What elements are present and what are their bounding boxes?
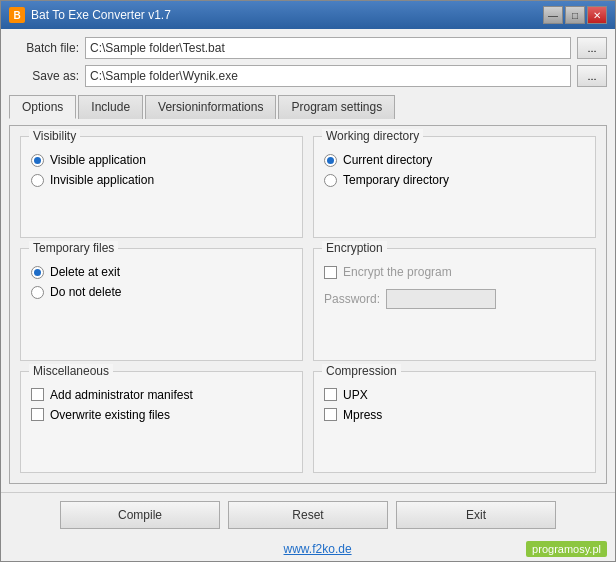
footer-link[interactable]: www.f2ko.de [284, 542, 352, 556]
delete-exit-radio[interactable] [31, 266, 44, 279]
app-icon: B [9, 7, 25, 23]
batch-browse-button[interactable]: ... [577, 37, 607, 59]
admin-manifest-option[interactable]: Add administrator manifest [31, 388, 292, 402]
working-directory-title: Working directory [322, 129, 423, 143]
miscellaneous-body: Add administrator manifest Overwrite exi… [31, 388, 292, 422]
tab-content-options: Visibility Visible application Invisible… [9, 125, 607, 484]
encrypt-program-checkbox[interactable] [324, 266, 337, 279]
delete-exit-label: Delete at exit [50, 265, 120, 279]
save-as-label: Save as: [9, 69, 79, 83]
tab-include[interactable]: Include [78, 95, 143, 119]
encrypt-program-label: Encrypt the program [343, 265, 452, 279]
password-row: Password: [324, 289, 585, 309]
minimize-button[interactable]: — [543, 6, 563, 24]
bottom-bar: Compile Reset Exit [1, 492, 615, 537]
temp-dir-label: Temporary directory [343, 173, 449, 187]
temp-dir-radio[interactable] [324, 174, 337, 187]
compression-body: UPX Mpress [324, 388, 585, 422]
tab-bar: Options Include Versioninformations Prog… [9, 93, 607, 119]
compile-button[interactable]: Compile [60, 501, 220, 529]
password-label: Password: [324, 292, 380, 306]
invisible-app-radio[interactable] [31, 174, 44, 187]
save-browse-button[interactable]: ... [577, 65, 607, 87]
encryption-section: Encryption Encrypt the program Password: [313, 248, 596, 360]
overwrite-files-label: Overwrite existing files [50, 408, 170, 422]
temp-dir-option[interactable]: Temporary directory [324, 173, 585, 187]
reset-button[interactable]: Reset [228, 501, 388, 529]
upx-checkbox[interactable] [324, 388, 337, 401]
no-delete-label: Do not delete [50, 285, 121, 299]
save-as-row: Save as: ... [9, 65, 607, 87]
exit-button[interactable]: Exit [396, 501, 556, 529]
encryption-title: Encryption [322, 241, 387, 255]
invisible-app-label: Invisible application [50, 173, 154, 187]
current-dir-option[interactable]: Current directory [324, 153, 585, 167]
visible-app-option[interactable]: Visible application [31, 153, 292, 167]
visibility-title: Visibility [29, 129, 80, 143]
upx-option[interactable]: UPX [324, 388, 585, 402]
no-delete-radio[interactable] [31, 286, 44, 299]
miscellaneous-title: Miscellaneous [29, 364, 113, 378]
close-button[interactable]: ✕ [587, 6, 607, 24]
mpress-option[interactable]: Mpress [324, 408, 585, 422]
tab-versioninfo[interactable]: Versioninformations [145, 95, 276, 119]
encrypt-program-option[interactable]: Encrypt the program [324, 265, 585, 279]
main-content: Batch file: ... Save as: ... Options Inc… [1, 29, 615, 492]
title-bar: B Bat To Exe Converter v1.7 — □ ✕ [1, 1, 615, 29]
footer-badge: programosy.pl [526, 541, 607, 557]
title-bar-left: B Bat To Exe Converter v1.7 [9, 7, 171, 23]
mpress-label: Mpress [343, 408, 382, 422]
tabs-container: Options Include Versioninformations Prog… [9, 95, 607, 119]
mpress-checkbox[interactable] [324, 408, 337, 421]
overwrite-files-option[interactable]: Overwrite existing files [31, 408, 292, 422]
temp-files-body: Delete at exit Do not delete [31, 265, 292, 299]
visibility-body: Visible application Invisible applicatio… [31, 153, 292, 187]
current-dir-radio[interactable] [324, 154, 337, 167]
miscellaneous-section: Miscellaneous Add administrator manifest… [20, 371, 303, 473]
encryption-body: Encrypt the program Password: [324, 265, 585, 309]
tab-options[interactable]: Options [9, 95, 76, 119]
temp-files-title: Temporary files [29, 241, 118, 255]
admin-manifest-checkbox[interactable] [31, 388, 44, 401]
batch-file-row: Batch file: ... [9, 37, 607, 59]
footer: www.f2ko.de programosy.pl [1, 537, 615, 561]
delete-exit-option[interactable]: Delete at exit [31, 265, 292, 279]
no-delete-option[interactable]: Do not delete [31, 285, 292, 299]
visible-app-radio[interactable] [31, 154, 44, 167]
working-directory-body: Current directory Temporary directory [324, 153, 585, 187]
temp-files-section: Temporary files Delete at exit Do not de… [20, 248, 303, 360]
admin-manifest-label: Add administrator manifest [50, 388, 193, 402]
password-input[interactable] [386, 289, 496, 309]
main-window: B Bat To Exe Converter v1.7 — □ ✕ Batch … [0, 0, 616, 562]
batch-file-label: Batch file: [9, 41, 79, 55]
tab-programsettings[interactable]: Program settings [278, 95, 395, 119]
invisible-app-option[interactable]: Invisible application [31, 173, 292, 187]
compression-section: Compression UPX Mpress [313, 371, 596, 473]
title-buttons: — □ ✕ [543, 6, 607, 24]
working-directory-section: Working directory Current directory Temp… [313, 136, 596, 238]
compression-title: Compression [322, 364, 401, 378]
overwrite-files-checkbox[interactable] [31, 408, 44, 421]
visibility-section: Visibility Visible application Invisible… [20, 136, 303, 238]
save-as-input[interactable] [85, 65, 571, 87]
current-dir-label: Current directory [343, 153, 432, 167]
batch-file-input[interactable] [85, 37, 571, 59]
maximize-button[interactable]: □ [565, 6, 585, 24]
visible-app-label: Visible application [50, 153, 146, 167]
upx-label: UPX [343, 388, 368, 402]
window-title: Bat To Exe Converter v1.7 [31, 8, 171, 22]
